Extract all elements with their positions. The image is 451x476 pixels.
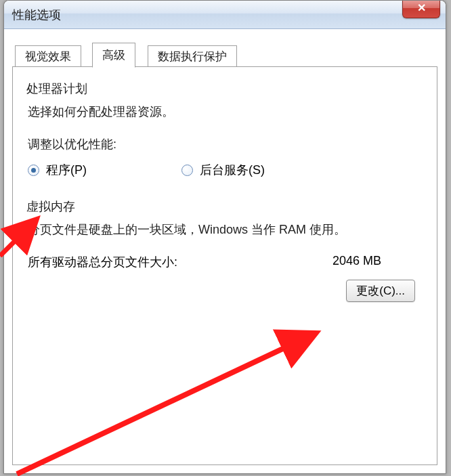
virtual-memory-group: 虚拟内存 分页文件是硬盘上的一块区域，Windows 当作 RAM 使用。 所有… (28, 198, 422, 302)
close-button[interactable]: ✕ (402, 1, 440, 18)
radio-row: 程序(P) 后台服务(S) (28, 162, 422, 178)
tab-label: 视觉效果 (25, 50, 71, 63)
tabpage-advanced: 处理器计划 选择如何分配处理器资源。 调整以优化性能: 程序(P) 后台服务(S… (12, 67, 437, 465)
window-title: 性能选项 (12, 7, 61, 23)
titlebar: 性能选项 ✕ (4, 1, 446, 29)
radio-background-label[interactable]: 后台服务(S) (200, 162, 265, 178)
radio-programs[interactable] (28, 165, 39, 176)
client-area: 视觉效果 高级 数据执行保护 处理器计划 选择如何分配处理器资源。 调整以优化性… (4, 29, 446, 473)
tab-label: 数据执行保护 (158, 50, 227, 63)
performance-options-window: 性能选项 ✕ 视觉效果 高级 数据执行保护 处理器计划 选择如何分配处理器资源。… (3, 0, 446, 474)
vm-button-row: 更改(C)... (28, 280, 422, 302)
radio-background[interactable] (181, 165, 193, 176)
group-desc-processor: 选择如何分配处理器资源。 (28, 104, 422, 120)
tab-dep[interactable]: 数据执行保护 (148, 45, 237, 67)
group-desc-vm: 分页文件是硬盘上的一块区域，Windows 当作 RAM 使用。 (28, 221, 422, 238)
group-title-vm: 虚拟内存 (26, 198, 422, 215)
tab-visual-effects[interactable]: 视觉效果 (15, 45, 81, 67)
tab-advanced[interactable]: 高级 (92, 43, 135, 68)
tabstrip: 视觉效果 高级 数据执行保护 (12, 43, 437, 67)
change-button[interactable]: 更改(C)... (346, 280, 415, 302)
vm-total-label: 所有驱动器总分页文件大小: (28, 254, 177, 270)
tab-label: 高级 (102, 49, 125, 62)
radio-programs-label[interactable]: 程序(P) (46, 162, 87, 178)
vm-total-value: 2046 MB (332, 254, 381, 270)
adjust-label: 调整以优化性能: (28, 136, 422, 152)
close-icon: ✕ (417, 2, 426, 14)
vm-total-row: 所有驱动器总分页文件大小: 2046 MB (28, 254, 422, 270)
processor-scheduling-group: 处理器计划 选择如何分配处理器资源。 调整以优化性能: 程序(P) 后台服务(S… (28, 81, 422, 178)
group-title-processor: 处理器计划 (26, 81, 422, 97)
